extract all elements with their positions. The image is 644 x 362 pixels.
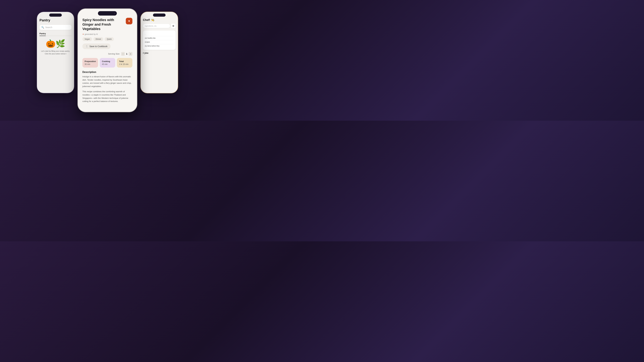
tag-dinner[interactable]: Dinner (94, 37, 103, 41)
heart-button[interactable]: ♥ (126, 18, 132, 24)
description-section: Description Indulge in a vibrant fusion … (82, 71, 132, 103)
filter-button[interactable]: ⚙ (171, 23, 176, 28)
serving-decrease-button[interactable]: − (121, 52, 125, 56)
ai-badge: ✦ generated by AI (82, 33, 132, 35)
serving-count-value: 1 (126, 53, 127, 55)
cooking-time-card: Cooking 45 min (100, 58, 115, 67)
prep-time-card: Preparation 30 min (82, 58, 98, 67)
phone-left: Pantry 🔍 Search Pantry 🎃🌿 Let's start by… (37, 12, 74, 93)
left-illustration: 🎃🌿 Let's start by filling your empty pan… (40, 39, 72, 55)
for-you-label: r you (143, 52, 148, 54)
tags-row: Vegan Dinner Quick (82, 37, 132, 41)
serving-row: Serving Size − 1 + (82, 52, 132, 56)
suggestion-item-4[interactable]: ery items before they (145, 44, 174, 48)
chef-title-text: Chef! 👨‍🍳 (143, 18, 154, 21)
left-tabs: Pantry (40, 32, 72, 36)
cooking-time-value: 45 min (102, 63, 113, 65)
save-button-label: Save to Cookbook (90, 45, 108, 48)
phone-right: Chef! 👨‍🍳 ingredients, etc. ⚙ . ore heal… (140, 12, 178, 93)
recipe-header: Spicy Noodles with Ginger and Fresh Vege… (82, 18, 132, 31)
description-title: Description (82, 71, 132, 73)
left-empty-text: Let's start by filling your empty pantry… (40, 50, 72, 55)
suggestion-item-3[interactable]: recipes (145, 40, 174, 44)
suggestion-item-2[interactable]: ore healthy fats (145, 36, 174, 40)
plus-icon: + (130, 53, 131, 55)
cooking-time-label: Cooking (102, 60, 113, 62)
save-to-cookbook-button[interactable]: 🍴 Save to Cookbook (82, 43, 110, 49)
veggie-art-emoji: 🎃🌿 (46, 39, 65, 48)
serving-size-label: Serving Size (108, 53, 120, 55)
center-notch (98, 11, 117, 15)
ai-spark-icon: ✦ (82, 33, 84, 35)
time-cards: Preparation 30 min Cooking 45 min Total … (82, 58, 132, 67)
prep-time-value: 30 min (84, 63, 96, 65)
minus-icon: − (122, 53, 124, 55)
filter-icon: ⚙ (172, 25, 174, 27)
heart-icon: ♥ (128, 19, 130, 23)
right-notch (153, 13, 166, 17)
right-search-field[interactable]: ingredients, etc. (143, 24, 170, 28)
left-search-icon: 🔍 (41, 26, 44, 28)
pantry-title: Pantry (40, 18, 72, 22)
ai-badge-text: generated by AI (84, 33, 98, 35)
chef-title: Chef! 👨‍🍳 (143, 18, 176, 22)
phone-center: Spicy Noodles with Ginger and Fresh Vege… (78, 8, 137, 112)
phones-container: Pantry 🔍 Search Pantry 🎃🌿 Let's start by… (37, 5, 178, 115)
prep-time-label: Preparation (84, 60, 96, 62)
tag-vegan[interactable]: Vegan (82, 37, 92, 41)
total-time-value: 1 hr 15 min (119, 63, 130, 65)
pantry-tab[interactable]: Pantry (40, 32, 46, 36)
left-notch (49, 13, 62, 17)
recipe-title: Spicy Noodles with Ginger and Fresh Vege… (82, 18, 126, 31)
total-time-label: Total (119, 60, 130, 62)
tag-quick[interactable]: Quick (104, 37, 114, 41)
serving-controls: − 1 + (121, 52, 132, 56)
suggestion-item-1[interactable]: . (145, 32, 174, 36)
camera-dot (114, 13, 115, 14)
left-search-placeholder: Search (45, 26, 52, 28)
center-screen: Spicy Noodles with Ginger and Fresh Vege… (78, 9, 137, 112)
suggestions-card: . ore healthy fats recipes ery items bef… (143, 30, 176, 50)
total-time-card: Total 1 hr 15 min (117, 58, 132, 67)
description-paragraph-2: This recipe combines the comforting warm… (82, 90, 132, 103)
right-search-row: ingredients, etc. ⚙ (143, 23, 176, 28)
serving-increase-button[interactable]: + (128, 52, 132, 56)
fork-icon: 🍴 (86, 45, 88, 48)
description-paragraph-1: Indulge in a vibrant fusion of flavors w… (82, 75, 132, 88)
left-search-bar[interactable]: 🔍 Search (40, 25, 72, 30)
for-you-title: r you (143, 52, 176, 54)
